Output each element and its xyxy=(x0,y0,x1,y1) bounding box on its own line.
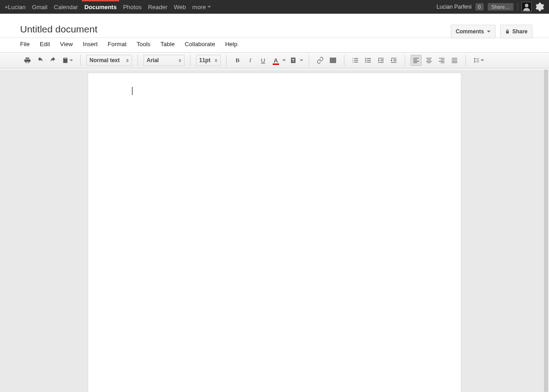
separator xyxy=(309,55,309,66)
font-size-select[interactable]: 11pt xyxy=(196,55,221,66)
print-button[interactable] xyxy=(22,55,33,66)
updown-icon xyxy=(179,59,181,62)
menu-edit[interactable]: Edit xyxy=(40,41,50,48)
menu-table[interactable]: Table xyxy=(160,41,174,48)
document-page[interactable] xyxy=(88,73,461,392)
doc-header: Untitled document Comments Share xyxy=(0,14,549,38)
underline-button[interactable]: U xyxy=(258,55,269,66)
caret-down-icon xyxy=(207,6,211,8)
text-cursor xyxy=(132,87,132,95)
highlight-color-button[interactable]: T xyxy=(288,55,299,66)
line-spacing-button[interactable] xyxy=(471,55,486,66)
numbered-list-button[interactable] xyxy=(350,55,361,66)
italic-icon: I xyxy=(249,57,251,64)
paste-format-button[interactable] xyxy=(60,55,75,66)
menu-collaborate[interactable]: Collaborate xyxy=(185,41,215,48)
underline-icon: U xyxy=(261,57,265,64)
lock-icon xyxy=(505,29,510,34)
align-center-icon xyxy=(425,57,433,64)
nav-link-photos[interactable]: Photos xyxy=(123,0,141,14)
decrease-indent-button[interactable] xyxy=(375,55,386,66)
bulleted-list-button[interactable] xyxy=(363,55,374,66)
highlight-icon: T xyxy=(291,58,296,63)
global-nav-user: Lucian Parfeni 0 Share… xyxy=(437,2,544,12)
image-icon xyxy=(330,58,336,63)
increase-indent-button[interactable] xyxy=(388,55,399,66)
font-family-select[interactable]: Arial xyxy=(143,55,185,66)
menu-tools[interactable]: Tools xyxy=(137,41,150,48)
redo-button[interactable] xyxy=(48,55,58,66)
toolbar: Normal text Arial 11pt B I U A T xyxy=(0,52,549,69)
align-right-button[interactable] xyxy=(436,55,447,66)
svg-point-2 xyxy=(365,60,366,61)
paragraph-style-select[interactable]: Normal text xyxy=(86,55,132,66)
nav-link-reader[interactable]: Reader xyxy=(148,0,168,14)
global-nav: +Lucian Gmail Calendar Documents Photos … xyxy=(0,0,549,14)
redo-icon xyxy=(49,57,57,64)
divider xyxy=(517,3,518,11)
user-name-label: Lucian Parfeni xyxy=(437,4,472,10)
outdent-icon xyxy=(377,57,385,64)
text-color-button[interactable]: A xyxy=(270,55,281,66)
menu-file[interactable]: File xyxy=(20,41,30,48)
align-center-button[interactable] xyxy=(423,55,434,66)
menu-insert[interactable]: Insert xyxy=(83,41,98,48)
share-label: Share xyxy=(512,28,528,35)
align-justify-icon xyxy=(451,57,458,64)
menu-view[interactable]: View xyxy=(60,41,73,48)
comments-button[interactable]: Comments xyxy=(451,25,496,38)
scrollbar-thumb[interactable] xyxy=(544,69,548,392)
undo-button[interactable] xyxy=(35,55,46,66)
avatar[interactable] xyxy=(522,2,532,12)
nav-link-web[interactable]: Web xyxy=(174,0,186,14)
nav-link-plusname[interactable]: +Lucian xyxy=(5,0,26,14)
svg-point-1 xyxy=(365,58,366,59)
caret-down-icon xyxy=(487,31,491,32)
updown-icon xyxy=(215,59,217,62)
menu-help[interactable]: Help xyxy=(225,41,238,48)
editor-canvas xyxy=(0,69,549,392)
caret-down-icon[interactable] xyxy=(282,59,286,61)
menu-format[interactable]: Format xyxy=(108,41,127,48)
updown-icon xyxy=(126,59,129,62)
share-button[interactable]: Share xyxy=(500,25,533,38)
separator xyxy=(405,55,405,66)
separator xyxy=(80,55,81,66)
undo-icon xyxy=(37,57,44,64)
bulleted-list-icon xyxy=(364,57,372,64)
align-justify-button[interactable] xyxy=(449,55,460,66)
italic-button[interactable]: I xyxy=(245,55,256,66)
plus-share-button[interactable]: Share… xyxy=(487,3,514,11)
line-spacing-icon xyxy=(473,57,480,64)
comments-label: Comments xyxy=(456,28,484,35)
global-nav-links: +Lucian Gmail Calendar Documents Photos … xyxy=(5,0,211,14)
nav-link-calendar[interactable]: Calendar xyxy=(54,0,78,14)
insert-link-button[interactable] xyxy=(315,55,326,66)
bold-button[interactable]: B xyxy=(232,55,243,66)
bold-icon: B xyxy=(236,57,240,64)
clipboard-icon xyxy=(62,57,69,64)
vertical-scrollbar[interactable] xyxy=(543,69,549,392)
svg-point-3 xyxy=(365,62,366,63)
text-color-icon: A xyxy=(274,57,278,64)
nav-link-more[interactable]: more xyxy=(192,0,211,14)
link-icon xyxy=(317,57,324,64)
print-icon xyxy=(24,57,31,64)
caret-down-icon[interactable] xyxy=(300,59,303,61)
svg-point-0 xyxy=(525,4,528,7)
nav-link-documents[interactable]: Documents xyxy=(84,0,117,14)
align-left-button[interactable] xyxy=(411,55,422,66)
doc-header-actions: Comments Share xyxy=(451,25,533,38)
settings-button[interactable] xyxy=(535,2,544,11)
gear-icon xyxy=(535,2,544,11)
paragraph-style-value: Normal text xyxy=(90,57,120,64)
insert-image-button[interactable] xyxy=(327,55,338,66)
separator xyxy=(137,55,138,66)
align-left-icon xyxy=(412,57,420,64)
numbered-list-icon xyxy=(352,57,359,64)
separator xyxy=(344,55,344,66)
doc-title[interactable]: Untitled document xyxy=(20,24,97,35)
nav-link-gmail[interactable]: Gmail xyxy=(32,0,48,14)
notifications-badge[interactable]: 0 xyxy=(475,3,484,11)
indent-icon xyxy=(390,57,397,64)
